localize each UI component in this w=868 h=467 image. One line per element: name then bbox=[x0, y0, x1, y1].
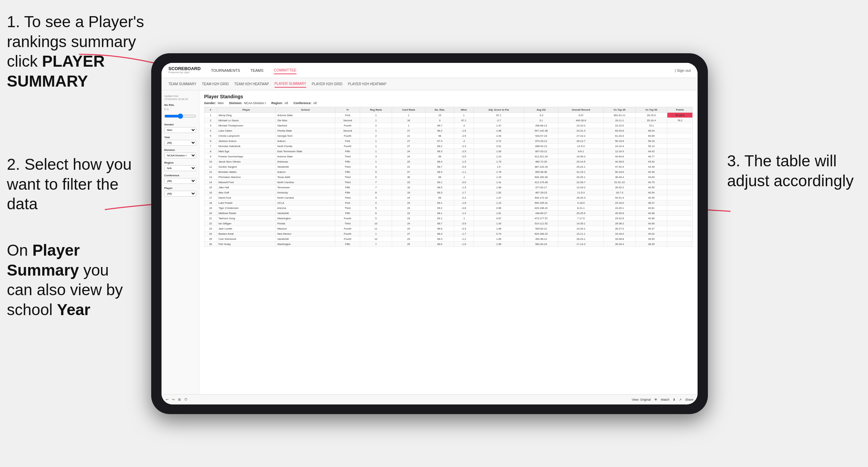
filter-conference-display: Conference: All bbox=[293, 101, 317, 105]
step3-bold1: Player Summary bbox=[7, 241, 80, 279]
clock-icon[interactable]: ⏱ bbox=[184, 398, 188, 401]
no-rds-slider[interactable] bbox=[164, 113, 196, 119]
no-rds-note: ▷ ▷ bbox=[164, 108, 196, 111]
table-row: 20Matthew RiedelVanderbiltFifth62268.1-1… bbox=[204, 211, 693, 216]
subnav-player-h2h-grid[interactable]: PLAYER H2H GRID bbox=[312, 81, 342, 87]
undo-icon[interactable]: ↩ bbox=[166, 398, 168, 401]
table-row: 19Tiger ChristensenArizonaThird52369.2-0… bbox=[204, 205, 693, 211]
col-school: School bbox=[276, 107, 335, 113]
conference-select[interactable]: (All) bbox=[164, 178, 196, 184]
copy-icon[interactable]: ⊞ bbox=[178, 398, 181, 401]
app-logo: SCOREBOARD Powered by clipd bbox=[168, 66, 201, 74]
conference-label: Conference bbox=[164, 174, 196, 177]
table-row: 23Jack LundinMissouriFourth112468.6-0.31… bbox=[204, 226, 693, 231]
col-player: Player bbox=[217, 107, 276, 113]
watch-icon: 👁 bbox=[654, 398, 657, 401]
table-row: 6Jackson KoivunAuburnFirst12767.3-22.726… bbox=[204, 138, 693, 144]
year-select[interactable]: (All) bbox=[164, 140, 196, 146]
table-row: 18Luke PowellUCLAFirst42469.1-1.81.13500… bbox=[204, 200, 693, 205]
redo-icon[interactable]: ↪ bbox=[172, 398, 175, 401]
nav-item-tournaments[interactable]: TOURNAMENTS bbox=[211, 67, 240, 74]
division-select[interactable]: NCAA Division I bbox=[164, 153, 196, 158]
col-yr: Yr bbox=[335, 107, 360, 113]
col-rank: # bbox=[204, 107, 217, 113]
subnav-team-summary[interactable]: TEAM SUMMARY bbox=[168, 81, 197, 87]
player-select[interactable]: (All) bbox=[164, 191, 196, 197]
division-label: Division bbox=[164, 148, 196, 152]
table-row: 13Phichaksn MaichonTexas A&MThird63069-1… bbox=[204, 175, 693, 180]
table-row: 2Michael Le SassoOle MissSecond118067.1-… bbox=[204, 118, 693, 123]
tablet-screen: SCOREBOARD Powered by clipd TOURNAMENTS … bbox=[162, 63, 698, 404]
sign-out-link[interactable]: | Sign out bbox=[675, 68, 691, 73]
tablet-body: SCOREBOARD Powered by clipd TOURNAMENTS … bbox=[151, 53, 708, 414]
table-row: 15Jake HallTennesseeFifth71868.5-1.51.66… bbox=[204, 185, 693, 190]
watch-label[interactable]: Watch bbox=[661, 398, 669, 401]
table-row: 14Maxwell FordNorth CarolinaThird72369.1… bbox=[204, 180, 693, 185]
region-label: Region bbox=[164, 161, 196, 164]
table-row: 5Christo LamprechtGeorgia TechFourth2216… bbox=[204, 133, 693, 138]
nav-items: TOURNAMENTS TEAMS COMMITTEE bbox=[211, 67, 675, 74]
table-row: 17David FordNorth CarolinaThird92469-0.2… bbox=[204, 195, 693, 200]
table-row: 3Michael ThorbjornsenStanfordFourth2168.… bbox=[204, 123, 693, 128]
step3-bold2: Year bbox=[57, 301, 90, 319]
table-row: 10Jacob Skov OlesenArkansasFifth12368.4-… bbox=[204, 159, 693, 164]
table-row: 22Ian GilliganFloridaThird102468.7-0.91.… bbox=[204, 221, 693, 226]
table-row: 11Gordon SargentVanderbiltThird42168.7-0… bbox=[204, 164, 693, 169]
table-row: 1Wenyi DingArizona StateFirst1115167.1-3… bbox=[204, 113, 693, 118]
gender-select[interactable]: Men bbox=[164, 127, 196, 133]
col-conf-rank: Conf Rank bbox=[392, 107, 425, 113]
step3-right-text: 3. The table will adjust accordingly bbox=[727, 152, 854, 190]
app-navbar: SCOREBOARD Powered by clipd TOURNAMENTS … bbox=[162, 63, 698, 78]
view-label: View: Original bbox=[632, 398, 650, 401]
table-row: 9Preston SummerhaysArizona StateThird324… bbox=[204, 154, 693, 159]
main-content: Update time: 27/03/2024 16:56:26 No Rds.… bbox=[162, 90, 698, 394]
nav-item-committee[interactable]: COMMITTEE bbox=[274, 67, 297, 74]
step2-number: 2. bbox=[7, 155, 20, 173]
col-adj-score: Adj. Score to Par bbox=[474, 107, 524, 113]
nav-right: | Sign out bbox=[675, 68, 691, 73]
col-vs-top50: Vs Top 50 bbox=[635, 107, 667, 113]
year-label: Year bbox=[164, 136, 196, 139]
data-area: Player Standings Gender: Men Division: N… bbox=[199, 90, 698, 394]
player-label: Player bbox=[164, 187, 196, 190]
subnav-team-h2h-heatmap[interactable]: TEAM H2H HEATMAP bbox=[234, 81, 269, 87]
download-icon[interactable]: ⬇ bbox=[673, 398, 676, 401]
standings-table: # Player School Yr Reg Rank Conf Rank No… bbox=[204, 107, 693, 247]
toolbar-actions: 👁 Watch ⬇ ↗ Share bbox=[654, 398, 693, 401]
tablet-device: SCOREBOARD Powered by clipd TOURNAMENTS … bbox=[151, 53, 708, 414]
table-row: 4Luke ClatonFlorida StateSecond12768.2-1… bbox=[204, 128, 693, 133]
table-header: # Player School Yr Reg Rank Conf Rank No… bbox=[204, 107, 693, 113]
table-row: 16Alex GoffKentuckyFifth81968.3-1.71.924… bbox=[204, 190, 693, 195]
col-wins: Wins bbox=[454, 107, 474, 113]
sub-navbar: TEAM SUMMARY TEAM H2H GRID TEAM H2H HEAT… bbox=[162, 78, 698, 90]
table-body: 1Wenyi DingArizona StateFirst1115167.1-3… bbox=[204, 113, 693, 247]
filter-gender-display: Gender: Men bbox=[204, 101, 224, 105]
col-reg-rank: Reg Rank bbox=[360, 107, 392, 113]
gender-label: Gender bbox=[164, 123, 196, 126]
col-avg-sg: Avg SG bbox=[524, 107, 558, 113]
section-title: Player Standings bbox=[204, 94, 693, 99]
table-row: 8Mats EgeEast Tennessee StateFifth12468.… bbox=[204, 149, 693, 154]
subnav-player-h2h-heatmap[interactable]: PLAYER H2H HEATMAP bbox=[348, 81, 387, 87]
col-overall-record: Overall Record bbox=[558, 107, 604, 113]
col-vs-top25: Vs Top 25 bbox=[604, 107, 636, 113]
col-no-rds: No. Rds. bbox=[425, 107, 454, 113]
step1-number: 1. bbox=[7, 13, 20, 31]
no-rds-label: No Rds. bbox=[164, 103, 196, 107]
nav-item-teams[interactable]: TEAMS bbox=[251, 67, 264, 74]
table-row: 12Brendan ValdesAuburnFifth52768.4-1.11.… bbox=[204, 169, 693, 175]
subnav-team-h2h-grid[interactable]: TEAM H2H GRID bbox=[202, 81, 229, 87]
table-row: 21Taehoon SongWashingtonFourth52369.1-10… bbox=[204, 216, 693, 221]
region-select[interactable]: N/A bbox=[164, 165, 196, 171]
instruction-step3-right: 3. The table will adjust accordingly bbox=[727, 151, 858, 191]
table-row: 25Cole SherwoodVanderbiltFourth122368.3-… bbox=[204, 236, 693, 242]
col-points: Points bbox=[667, 107, 693, 113]
update-time: Update time: 27/03/2024 16:56:26 bbox=[164, 94, 196, 101]
share-icon: ↗ bbox=[679, 398, 682, 401]
sidebar-filters: Update time: 27/03/2024 16:56:26 No Rds.… bbox=[162, 90, 199, 394]
table-row: 7Nicholas GabrielcikNorth FloridaFourth1… bbox=[204, 144, 693, 149]
table-row: 26Petr HrubyWashingtonFifth72568.6-1.81.… bbox=[204, 242, 693, 247]
toolbar-view[interactable]: View: Original bbox=[632, 398, 650, 401]
share-label[interactable]: Share bbox=[685, 398, 693, 401]
subnav-player-summary[interactable]: PLAYER SUMMARY bbox=[275, 80, 306, 88]
